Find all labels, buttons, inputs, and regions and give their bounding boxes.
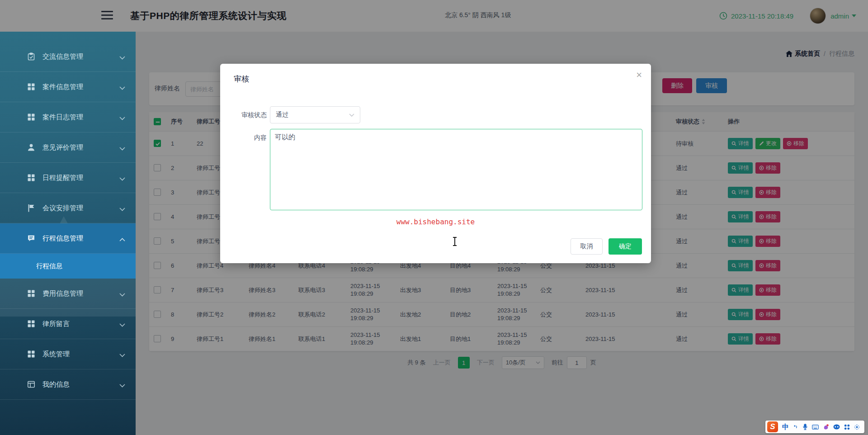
grid-icon (27, 320, 36, 328)
chevron-down-icon (119, 351, 126, 357)
clipboard-icon (27, 52, 36, 61)
chevron-down-icon (119, 114, 126, 120)
chat-icon (27, 234, 36, 243)
sidebar-item-1[interactable]: 案件信息管理 (0, 72, 136, 102)
skin-paw-icon[interactable] (823, 424, 829, 430)
grid-icon (27, 350, 36, 359)
content-textarea[interactable]: 可以的 (270, 129, 642, 210)
grid-icon (27, 289, 36, 298)
sidebar-item-label: 行程信息 (36, 262, 126, 270)
sidebar-item-label: 行程信息管理 (42, 234, 119, 243)
sidebar-item-label: 意见评价管理 (42, 143, 119, 152)
chevron-down-icon (119, 53, 126, 60)
cancel-button[interactable]: 取消 (571, 238, 603, 255)
assistant-icon[interactable] (833, 424, 840, 430)
user-icon (27, 143, 36, 152)
sidebar-item-0[interactable]: 交流信息管理 (0, 42, 136, 72)
chevron-down-icon (119, 144, 126, 151)
watermark-text: www.bishebang.site (220, 218, 651, 226)
sidebar-item-label: 日程提醒管理 (42, 174, 119, 182)
confirm-button[interactable]: 确定 (609, 238, 642, 255)
sidebar-item-9[interactable]: 律所留言 (0, 309, 136, 339)
sidebar-item-label: 交流信息管理 (42, 52, 119, 61)
sidebar-subitem-7[interactable]: 行程信息 (0, 254, 136, 279)
chevron-up-icon (119, 235, 126, 241)
chevron-down-icon (119, 290, 126, 297)
sidebar-item-8[interactable]: 费用信息管理 (0, 279, 136, 309)
flag-icon (27, 204, 36, 213)
grid-icon (27, 113, 36, 122)
sidebar-item-label: 律所留言 (42, 320, 119, 328)
audit-status-select[interactable]: 通过 (270, 106, 360, 123)
sidebar-menu: 交流信息管理案件信息管理案件日志管理意见评价管理日程提醒管理会议安排管理行程信息… (0, 42, 136, 400)
sidebar: 交流信息管理案件信息管理案件日志管理意见评价管理日程提醒管理会议安排管理行程信息… (0, 32, 136, 435)
sidebar-item-label: 我的信息 (42, 380, 119, 389)
sidebar-item-label: 费用信息管理 (42, 289, 119, 298)
sidebar-item-2[interactable]: 案件日志管理 (0, 102, 136, 132)
sidebar-item-4[interactable]: 日程提醒管理 (0, 163, 136, 193)
close-icon[interactable]: × (636, 70, 642, 80)
sidebar-item-label: 系统管理 (42, 350, 119, 359)
punctuation-icon[interactable] (793, 424, 798, 430)
app-root: 基于PHP的律所管理系统设计与实现 北京 6.5° 阴 西南风 1级 2023-… (0, 0, 868, 435)
sogou-logo-icon[interactable]: S (767, 421, 778, 432)
chevron-down-icon (119, 381, 126, 388)
ime-toolbar: S 中 (765, 421, 864, 433)
audit-modal: 审核 × 审核状态 通过 内容 可以的 www.bishebang.site 取… (220, 64, 651, 263)
chevron-down-icon (119, 175, 126, 181)
panel-icon (27, 380, 36, 389)
sidebar-item-3[interactable]: 意见评价管理 (0, 132, 136, 163)
sidebar-item-label: 会议安排管理 (42, 204, 119, 213)
chevron-down-icon (119, 205, 126, 211)
sidebar-item-5[interactable]: 会议安排管理 (0, 193, 136, 223)
microphone-icon[interactable] (802, 424, 808, 430)
sidebar-item-label: 案件信息管理 (42, 83, 119, 91)
settings-wrench-icon[interactable] (854, 424, 860, 430)
status-label: 审核状态 (226, 111, 267, 119)
sidebar-item-label: 案件日志管理 (42, 113, 119, 122)
toolbox-grid-icon[interactable] (844, 424, 850, 430)
modal-title: 审核 (234, 74, 249, 84)
sidebar-item-6[interactable]: 行程信息管理 (0, 223, 136, 254)
chevron-down-icon (349, 113, 354, 117)
sidebar-item-11[interactable]: 我的信息 (0, 369, 136, 400)
content-label: 内容 (226, 134, 267, 142)
chevron-down-icon (119, 84, 126, 90)
sidebar-item-10[interactable]: 系统管理 (0, 339, 136, 369)
text-cursor-icon (452, 237, 458, 246)
grid-icon (27, 83, 36, 91)
chevron-down-icon (119, 321, 126, 327)
grid-icon (27, 174, 36, 182)
keyboard-icon[interactable] (812, 425, 819, 430)
ime-mode-chinese[interactable]: 中 (782, 423, 789, 431)
